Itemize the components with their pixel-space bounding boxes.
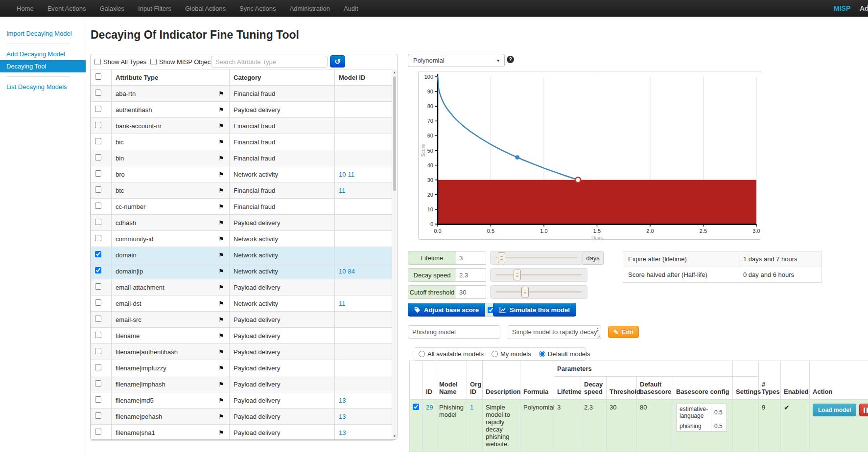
table-row[interactable]: filename|sha1⚑Payload delivery13 — [91, 425, 393, 441]
sidebar-item-add-decaying-model[interactable]: Add Decaying Model — [0, 48, 86, 60]
row-checkbox[interactable] — [95, 203, 101, 209]
table-row[interactable]: bank-account-nr⚑Financial fraud — [91, 118, 393, 134]
model-name-input[interactable] — [408, 325, 500, 339]
table-row[interactable]: community-id⚑Network activity — [91, 231, 393, 247]
lifetime-slider-handle[interactable] — [498, 252, 505, 263]
scrollbar-thumb[interactable] — [393, 76, 396, 191]
scroll-down-icon[interactable]: ▼ — [392, 433, 397, 439]
row-checkbox[interactable] — [95, 267, 101, 273]
table-row[interactable]: cdhash⚑Payload delivery — [91, 215, 393, 231]
nav-user-menu[interactable]: Adm — [860, 4, 868, 12]
model-select-checkbox[interactable] — [413, 404, 419, 410]
table-row[interactable]: email-dst⚑Network activity11 — [91, 296, 393, 312]
nav-item-event-actions[interactable]: Event Actions — [41, 0, 93, 17]
row-checkbox[interactable] — [95, 380, 101, 387]
table-row[interactable]: filename⚑Payload delivery — [91, 328, 393, 344]
row-checkbox[interactable] — [95, 122, 101, 128]
all-available-models-radio[interactable] — [419, 351, 425, 357]
lifetime-input[interactable] — [456, 251, 486, 265]
table-row[interactable]: email-src⚑Payload delivery — [91, 312, 393, 328]
decay-speed-slider-handle[interactable] — [514, 270, 521, 280]
row-checkbox[interactable] — [95, 154, 101, 160]
refresh-button[interactable]: ↺ — [330, 55, 345, 68]
row-checkbox[interactable] — [95, 170, 101, 177]
table-row[interactable]: btc⚑Financial fraud11 — [91, 182, 393, 199]
table-row[interactable]: filename|pehash⚑Payload delivery13 — [91, 409, 393, 425]
org-id-link[interactable]: 1 — [470, 404, 473, 411]
table-row[interactable]: filename|authentihash⚑Payload delivery — [91, 344, 393, 360]
filter-radio-my-models[interactable]: My models — [492, 350, 531, 358]
edit-model-button[interactable]: ✎ Edit — [608, 326, 639, 338]
row-checkbox[interactable] — [95, 186, 101, 193]
filter-checkbox-show-all-types[interactable]: Show All Types — [94, 58, 146, 66]
model-id-link[interactable]: 11 — [339, 187, 346, 194]
table-row[interactable]: bin⚑Financial fraud — [91, 150, 393, 166]
sidebar-item-decaying-tool[interactable]: Decaying Tool — [0, 60, 86, 72]
row-checkbox[interactable] — [95, 429, 101, 435]
row-checkbox[interactable] — [95, 348, 101, 354]
table-row[interactable]: aba-rtn⚑Financial fraud — [91, 86, 393, 102]
show-misp-objects-checkbox[interactable] — [150, 59, 157, 65]
lifetime-slider-track[interactable] — [490, 251, 583, 265]
load-model-button[interactable]: Load model — [813, 404, 856, 416]
filter-checkbox-show-misp-objects[interactable]: Show MISP Objects — [150, 58, 215, 66]
model-id-link[interactable]: 29 — [426, 404, 433, 411]
spinner-icon[interactable]: ▲▼ — [596, 327, 599, 332]
table-row[interactable]: authentihash⚑Payload delivery — [91, 102, 393, 118]
decay-speed-slider-track[interactable] — [490, 268, 587, 282]
model-id-link[interactable]: 10 — [339, 171, 346, 178]
row-checkbox[interactable] — [95, 364, 101, 370]
my-models-radio[interactable] — [492, 351, 498, 357]
cutoff-threshold-slider-track[interactable] — [490, 285, 587, 299]
decay-speed-input[interactable] — [456, 268, 486, 282]
filter-radio-all-available-models[interactable]: All available models — [419, 350, 484, 358]
row-checkbox[interactable] — [95, 235, 101, 241]
table-row[interactable]: filename|imphash⚑Payload delivery — [91, 376, 393, 392]
model-id-link[interactable]: 84 — [348, 268, 354, 275]
row-checkbox[interactable] — [95, 219, 101, 225]
row-checkbox[interactable] — [95, 412, 101, 419]
row-checkbox[interactable] — [95, 251, 101, 257]
row-checkbox[interactable] — [95, 396, 101, 403]
row-checkbox[interactable] — [95, 283, 101, 290]
sidebar-item-list-decaying-models[interactable]: List Decaying Models — [0, 81, 86, 93]
row-checkbox[interactable] — [95, 316, 101, 322]
table-row[interactable]: filename|md5⚑Payload delivery13 — [91, 392, 393, 409]
misp-brand-link[interactable]: MISP — [834, 4, 850, 12]
sidebar-item-import-decaying-model[interactable]: Import Decaying Model — [0, 27, 86, 40]
table-row[interactable]: domain|ip⚑Network activity1084 — [91, 263, 393, 279]
row-checkbox[interactable] — [95, 299, 101, 306]
model-id-link[interactable]: 13 — [339, 397, 346, 404]
cutoff-threshold-input[interactable] — [456, 285, 486, 299]
help-icon[interactable]: ? — [507, 56, 514, 63]
row-checkbox[interactable] — [95, 90, 101, 96]
model-id-link[interactable]: 11 — [348, 171, 354, 178]
table-scrollbar[interactable]: ▲ ▼ — [392, 69, 397, 439]
scroll-up-icon[interactable]: ▲ — [392, 69, 397, 75]
table-row[interactable]: domain⚑Network activity — [91, 247, 393, 263]
nav-item-input-filters[interactable]: Input Filters — [131, 0, 178, 17]
threshold-point-marker[interactable] — [575, 177, 581, 182]
simulate-model-button[interactable]: Simulate this model — [493, 303, 576, 317]
table-row[interactable]: filename|impfuzzy⚑Payload delivery — [91, 360, 393, 376]
nav-item-home[interactable]: Home — [10, 0, 41, 17]
cutoff-threshold-slider-handle[interactable] — [521, 287, 529, 297]
curve-point-marker[interactable] — [515, 155, 519, 159]
decay-simulation-chart[interactable]: 01020304050607080901000.00.51.01.52.02.5… — [418, 71, 761, 240]
table-row[interactable]: email-attachment⚑Payload delivery — [91, 279, 393, 296]
nav-item-sync-actions[interactable]: Sync Actions — [233, 0, 282, 17]
show-all-types-checkbox[interactable] — [94, 59, 101, 65]
filter-radio-default-models[interactable]: Default models — [539, 350, 590, 358]
nav-item-galaxies[interactable]: Galaxies — [93, 0, 131, 17]
table-row[interactable]: bic⚑Financial fraud — [91, 134, 393, 150]
nav-item-audit[interactable]: Audit — [337, 0, 365, 17]
row-checkbox[interactable] — [95, 106, 101, 112]
model-description-textarea[interactable]: Simple model to rapidly decay ▲▼ — [508, 325, 601, 339]
pause-model-button[interactable] — [859, 404, 868, 416]
table-row[interactable]: bro⚑Network activity1011 — [91, 166, 393, 182]
select-all-checkbox[interactable] — [95, 73, 101, 80]
nav-item-administration[interactable]: Administration — [283, 0, 337, 17]
adjust-base-score-button[interactable]: Adjust base score — [408, 303, 485, 317]
model-id-link[interactable]: 10 — [339, 268, 346, 275]
nav-item-global-actions[interactable]: Global Actions — [178, 0, 233, 17]
